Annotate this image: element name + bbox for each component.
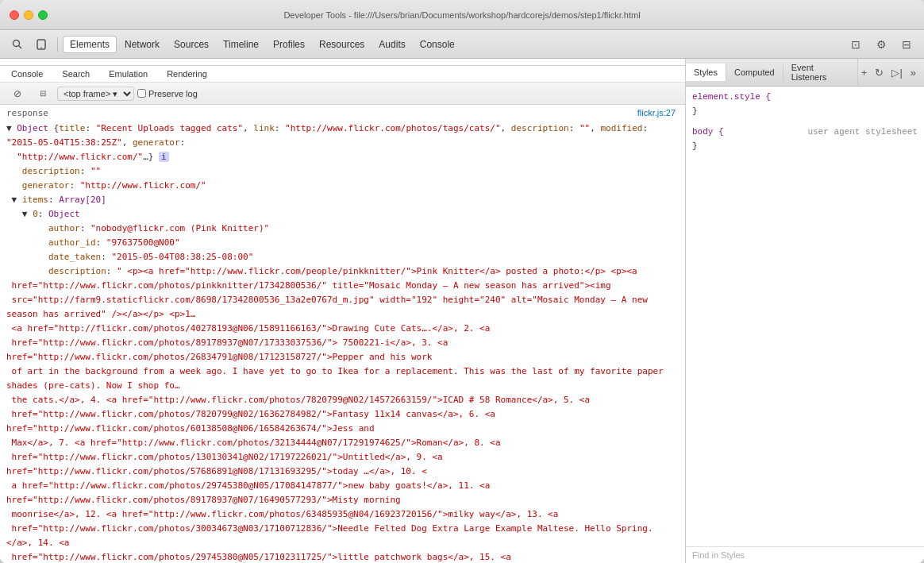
search-icon-button[interactable] [6,35,29,54]
filter-icon[interactable]: ⊟ [32,84,54,103]
console-tabs-row: Console Search Emulation Rendering [0,66,685,83]
mobile-icon-button[interactable] [30,35,52,54]
style-close-brace-2: } [692,141,698,151]
preserve-log-label: Preserve log [137,89,198,98]
settings-icon[interactable]: ⚙ [870,35,892,54]
preserve-log-checkbox[interactable] [137,89,146,98]
styles-content: element.style { } body { user agent styl… [686,87,924,546]
style-close-brace-1: } [692,106,698,116]
tab-console[interactable]: Console [414,37,461,52]
run-script-icon[interactable]: ⊡ [845,35,867,54]
svg-point-0 [13,40,20,46]
tab-emulation[interactable]: Emulation [104,67,152,80]
toggle-format-icon[interactable]: ▷| [888,65,905,80]
find-in-styles-text: Find in Styles [692,550,745,560]
console-toolbar: ⊘ ⊟ <top frame> ▾ Preserve log [0,83,685,105]
tab-styles[interactable]: Styles [686,64,726,81]
response-area[interactable]: ▼ Object {title: "Recent Uploads tagged … [0,118,685,563]
tab-event-listeners[interactable]: Event Listeners [783,59,858,86]
styles-header-tabs: Styles Computed Event Listeners + ↻ ▷| » [686,59,924,87]
response-header: response flickr.js:27 [0,105,685,118]
devtools-body: <!DOCTYPE html> <html> <head>_</head> <b… [0,59,924,563]
console-panel: Console Search Emulation Rendering ⊘ ⊟ <… [0,66,685,563]
devtools-window: Developer Tools - file:///Users/brian/Do… [0,0,924,563]
main-toolbar: Elements Network Sources Timeline Profil… [0,30,924,59]
maximize-button[interactable] [38,10,48,20]
window-title: Developer Tools - file:///Users/brian/Do… [283,10,640,20]
minimize-button[interactable] [24,10,33,20]
svg-line-1 [19,45,22,48]
toolbar-separator [57,37,58,52]
tab-timeline[interactable]: Timeline [217,37,265,52]
close-button[interactable] [10,10,19,20]
style-selector-body: body { [692,127,724,137]
traffic-lights [10,10,48,20]
add-style-rule-icon[interactable]: + [858,65,871,80]
tab-console-bottom[interactable]: Console [6,67,48,80]
titlebar: Developer Tools - file:///Users/brian/Do… [0,0,924,30]
svg-point-3 [40,47,42,48]
dom-tree[interactable]: <!DOCTYPE html> <html> <head>_</head> <b… [0,59,685,66]
tab-network[interactable]: Network [118,37,166,52]
style-rule-body: body { user agent stylesheet } [692,125,918,153]
style-selector-element: element.style { [692,92,771,102]
tab-rendering[interactable]: Rendering [162,67,212,80]
tab-search[interactable]: Search [57,67,94,80]
dock-icon[interactable]: ⊟ [895,35,918,54]
find-in-styles-bar: Find in Styles [686,546,924,563]
dom-panel: <!DOCTYPE html> <html> <head>_</head> <b… [0,59,686,563]
frame-selector[interactable]: <top frame> ▾ [57,87,134,101]
tab-audits[interactable]: Audits [372,37,411,52]
tab-resources[interactable]: Resources [313,37,371,52]
style-rule-element: element.style { } [692,90,918,118]
clear-console-icon[interactable]: ⊘ [6,84,29,103]
tab-sources[interactable]: Sources [167,37,215,52]
tab-elements[interactable]: Elements [63,36,117,53]
source-ref[interactable]: flickr.js:27 [637,108,679,118]
styles-more-icon[interactable]: » [907,65,919,80]
response-label: response [6,106,48,118]
refresh-style-icon[interactable]: ↻ [872,65,887,80]
response-content: ▼ Object {title: "Recent Uploads tagged … [6,123,664,563]
tab-profiles[interactable]: Profiles [267,37,311,52]
preserve-log-text: Preserve log [148,89,198,98]
user-agent-label: user agent stylesheet [807,125,918,139]
tab-computed[interactable]: Computed [726,64,783,81]
styles-panel: Styles Computed Event Listeners + ↻ ▷| »… [686,59,924,563]
